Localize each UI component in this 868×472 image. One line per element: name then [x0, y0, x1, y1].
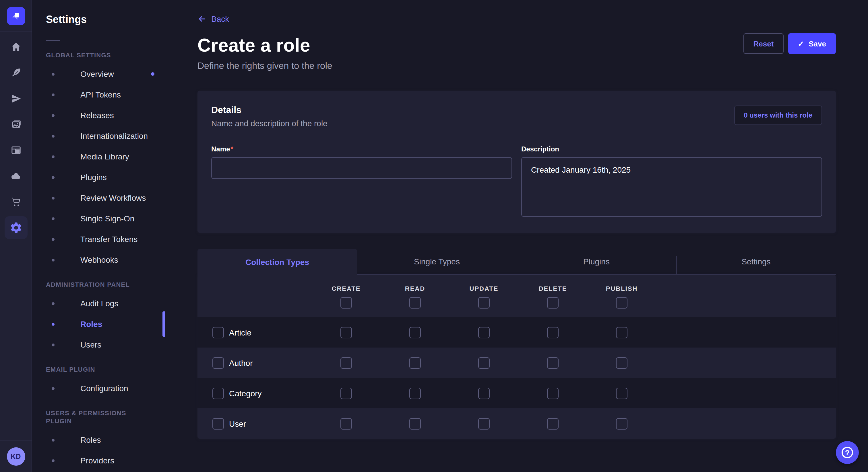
check-icon: ✓ — [798, 39, 804, 48]
sidebar-item-overview[interactable]: Overview — [32, 64, 165, 84]
author-publish-checkbox[interactable] — [616, 357, 627, 369]
header-actions: Reset ✓Save — [744, 33, 836, 54]
sidebar-item-configuration[interactable]: Configuration — [32, 378, 165, 399]
strapi-logo[interactable] — [7, 7, 25, 25]
name-field-group: Name* — [211, 143, 512, 219]
tab-single-types[interactable]: Single Types — [357, 249, 517, 275]
description-field-group: Description Created January 16th, 2025 — [521, 143, 822, 219]
row-label: Article — [224, 328, 312, 337]
row-label: Category — [224, 389, 312, 398]
sidebar-item-providers[interactable]: Providers — [32, 450, 165, 471]
sidebar-item-webhooks[interactable]: Webhooks — [32, 249, 165, 270]
nav-section-administration-panel: Audit Logs Roles Users — [32, 293, 165, 355]
table-row-author: Author — [197, 347, 836, 378]
user-update-checkbox[interactable] — [478, 418, 490, 429]
sidebar-item-review-workflows[interactable]: Review Workflows — [32, 188, 165, 208]
details-card: Details Name and description of the role… — [197, 91, 836, 233]
cart-icon[interactable] — [4, 195, 27, 209]
row-select-checkbox[interactable] — [212, 387, 224, 399]
user-create-checkbox[interactable] — [340, 418, 352, 429]
select-all-create-checkbox[interactable] — [340, 297, 352, 308]
layout-icon[interactable] — [4, 143, 27, 157]
sidebar-item-users[interactable]: Users — [32, 334, 165, 355]
select-all-publish-checkbox[interactable] — [616, 297, 627, 308]
save-label: Save — [809, 39, 826, 48]
home-icon[interactable] — [4, 40, 27, 54]
row-select-checkbox[interactable] — [212, 357, 224, 369]
sidebar-item-audit-logs[interactable]: Audit Logs — [32, 293, 165, 314]
sidebar-item-single-sign-on[interactable]: Single Sign-On — [32, 208, 165, 229]
reset-button[interactable]: Reset — [744, 33, 784, 54]
sidebar-item-internationalization[interactable]: Internationalization — [32, 126, 165, 146]
author-delete-checkbox[interactable] — [547, 357, 559, 369]
images-icon[interactable] — [4, 117, 27, 131]
column-header-delete: DELETE — [518, 285, 587, 292]
article-create-checkbox[interactable] — [340, 327, 352, 338]
help-button[interactable]: ? — [836, 441, 859, 464]
select-all-delete-checkbox[interactable] — [547, 297, 559, 308]
nav-section-users-permissions-plugin: Roles Providers — [32, 430, 165, 471]
sidebar-item-roles-up[interactable]: Roles — [32, 430, 165, 450]
user-read-checkbox[interactable] — [409, 418, 421, 429]
article-publish-checkbox[interactable] — [616, 327, 627, 338]
strapi-admin-app: KD Settings GLOBAL SETTINGS Overview API… — [0, 0, 868, 472]
row-select-checkbox[interactable] — [212, 418, 224, 429]
row-select-checkbox[interactable] — [212, 327, 224, 338]
users-with-role-button[interactable]: 0 users with this role — [734, 105, 822, 125]
user-delete-checkbox[interactable] — [547, 418, 559, 429]
sidebar-item-transfer-tokens[interactable]: Transfer Tokens — [32, 229, 165, 249]
article-delete-checkbox[interactable] — [547, 327, 559, 338]
category-publish-checkbox[interactable] — [616, 387, 627, 399]
gear-icon[interactable] — [4, 216, 27, 239]
permissions-tabs: Collection Types Single Types Plugins Se… — [197, 249, 836, 275]
description-textarea[interactable]: Created January 16th, 2025 — [521, 157, 822, 217]
category-read-checkbox[interactable] — [409, 387, 421, 399]
tab-collection-types[interactable]: Collection Types — [197, 249, 357, 275]
bullet-icon — [52, 93, 55, 96]
article-update-checkbox[interactable] — [478, 327, 490, 338]
feather-icon[interactable] — [4, 66, 27, 80]
category-delete-checkbox[interactable] — [547, 387, 559, 399]
sidebar-item-releases[interactable]: Releases — [32, 105, 165, 126]
bullet-icon — [52, 343, 55, 346]
tab-plugins[interactable]: Plugins — [517, 249, 676, 275]
bullet-icon — [52, 238, 55, 241]
back-link[interactable]: Back — [197, 14, 229, 24]
settings-subnav: Settings GLOBAL SETTINGS Overview API To… — [32, 0, 165, 472]
cloud-icon[interactable] — [4, 169, 27, 183]
bullet-icon — [52, 302, 55, 305]
category-create-checkbox[interactable] — [340, 387, 352, 399]
sidebar-item-roles-admin[interactable]: Roles — [32, 314, 165, 334]
row-label: User — [224, 419, 312, 428]
page-title: Create a role — [197, 35, 836, 56]
tab-settings[interactable]: Settings — [676, 249, 836, 275]
user-publish-checkbox[interactable] — [616, 418, 627, 429]
required-asterisk: * — [230, 145, 233, 153]
column-header-publish: PUBLISH — [587, 285, 656, 292]
bullet-icon — [52, 176, 55, 179]
category-update-checkbox[interactable] — [478, 387, 490, 399]
table-row-user: User — [197, 408, 836, 439]
bullet-icon — [52, 387, 55, 390]
column-header-update: UPDATE — [450, 285, 518, 292]
select-all-read-checkbox[interactable] — [409, 297, 421, 308]
description-label: Description — [521, 145, 559, 153]
bullet-icon — [52, 217, 55, 220]
strapi-logo-glyph — [11, 11, 21, 21]
author-read-checkbox[interactable] — [409, 357, 421, 369]
sidebar-item-api-tokens[interactable]: API Tokens — [32, 84, 165, 105]
paper-plane-icon[interactable] — [4, 92, 27, 105]
select-all-update-checkbox[interactable] — [478, 297, 490, 308]
name-input[interactable] — [211, 157, 512, 179]
article-read-checkbox[interactable] — [409, 327, 421, 338]
sidebar-item-media-library[interactable]: Media Library — [32, 146, 165, 167]
workspace-logo-section — [0, 0, 32, 32]
arrow-left-icon — [197, 14, 207, 24]
sidebar-item-plugins[interactable]: Plugins — [32, 167, 165, 188]
author-update-checkbox[interactable] — [478, 357, 490, 369]
author-create-checkbox[interactable] — [340, 357, 352, 369]
header-label-row: CREATE READ UPDATE DELETE PUBLISH — [197, 285, 836, 292]
user-section: KD — [0, 440, 32, 472]
user-avatar[interactable]: KD — [7, 447, 25, 465]
save-button[interactable]: ✓Save — [788, 33, 836, 54]
